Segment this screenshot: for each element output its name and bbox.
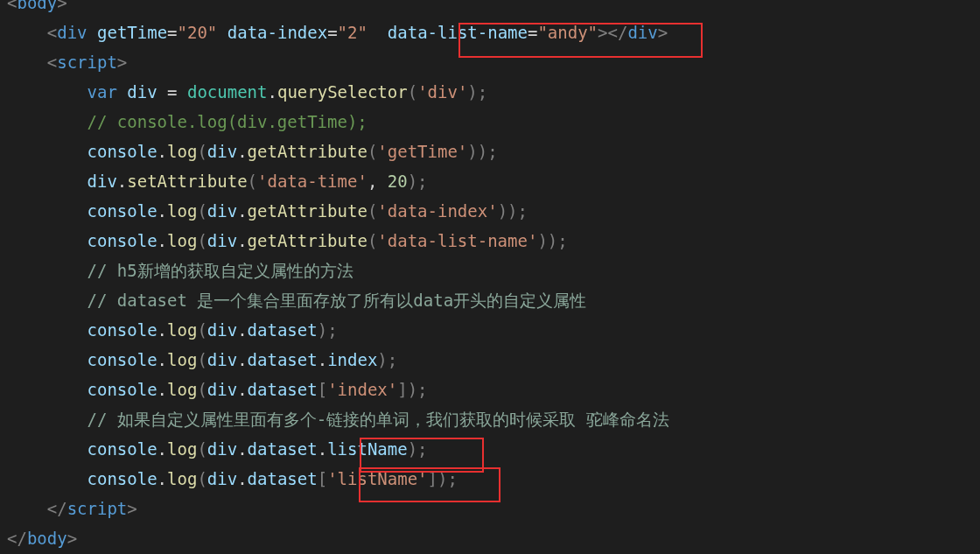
comment-line-h5: // h5新增的获取自定义属性的方法 — [88, 261, 354, 280]
tag-div-open: div — [57, 23, 87, 42]
tag-body-close: body — [27, 529, 67, 548]
code-content[interactable]: <body> <div getTime="20" data-index="2" … — [0, 0, 980, 553]
tag-body-open: body — [17, 0, 57, 12]
tag-script-open: script — [57, 53, 117, 72]
commented-code-line: // console.log(div.getTime); — [88, 112, 368, 131]
tag-script-close: script — [67, 499, 128, 518]
code-editor-viewport: <body> <div getTime="20" data-index="2" … — [0, 0, 980, 554]
comment-line-camel: // 如果自定义属性里面有多个-链接的单词，我们获取的时候采取 驼峰命名法 — [88, 410, 669, 429]
comment-line-dataset: // dataset 是一个集合里面存放了所有以data开头的自定义属性 — [88, 291, 587, 310]
